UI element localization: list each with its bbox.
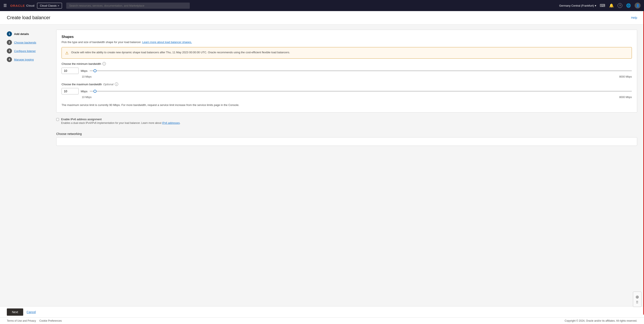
min-bandwidth-input[interactable] xyxy=(62,68,78,74)
warning-icon: ⚠ xyxy=(65,51,68,56)
min-bandwidth-thumb[interactable] xyxy=(94,69,96,72)
networking-box xyxy=(56,137,637,146)
bell-icon[interactable]: 🔔 xyxy=(609,3,614,8)
nav-right: Germany Central (Frankfurt) ▾ ⌨ 🔔 ? 🌐 👤 xyxy=(559,3,640,9)
min-bandwidth-range-labels: 10 Mbps 8000 Mbps xyxy=(62,75,632,78)
min-bandwidth-min-label: 10 Mbps xyxy=(82,75,92,78)
support-icon: ⊕ xyxy=(636,294,639,299)
max-bandwidth-range-labels: 10 Mbps 8000 Mbps xyxy=(62,96,632,99)
footer-copyright: Copyright © 2024, Oracle and/or its affi… xyxy=(564,319,637,322)
search-input[interactable] xyxy=(66,3,190,9)
bottom-bar: Next Cancel xyxy=(0,306,644,317)
cancel-button[interactable]: Cancel xyxy=(26,310,36,314)
max-bandwidth-min-label: 10 Mbps xyxy=(82,96,92,99)
min-bandwidth-section: Choose the minimum bandwidth i Mbps 10 M… xyxy=(62,62,632,78)
shapes-card-title: Shapes xyxy=(62,35,632,39)
max-bandwidth-track xyxy=(90,91,632,92)
step-2[interactable]: 2 Choose backends xyxy=(7,38,50,47)
cloud-classic-button[interactable]: Cloud Classic > xyxy=(37,3,62,9)
min-bandwidth-slider-container xyxy=(90,69,632,73)
max-bandwidth-input[interactable] xyxy=(62,88,78,94)
max-bandwidth-optional: Optional xyxy=(103,83,113,86)
search-container xyxy=(66,3,190,9)
nav-icons: ⌨ 🔔 ? 🌐 👤 xyxy=(600,3,640,9)
ipv6-checkbox-row: Enable IPv6 address assignment Enables a… xyxy=(56,118,637,125)
user-avatar[interactable]: 👤 xyxy=(635,3,640,9)
warning-banner: ⚠ Oracle will retire the ability to crea… xyxy=(62,47,632,59)
step-4[interactable]: 4 Manage logging xyxy=(7,55,50,64)
footer: Terms of Use and Privacy Cookie Preferen… xyxy=(0,317,644,324)
page-header: Create load balancer Help xyxy=(0,11,644,25)
oracle-logo: ORACLE Cloud xyxy=(10,4,34,8)
min-mbps-label: Mbps xyxy=(81,69,88,73)
steps-sidebar: 1 Add details 2 Choose backends 3 Config… xyxy=(7,30,50,301)
max-bandwidth-max-label: 8000 Mbps xyxy=(619,96,632,99)
max-bandwidth-label: Choose the maximum bandwidth Optional i xyxy=(62,83,632,86)
hamburger-menu-icon[interactable]: ☰ xyxy=(4,3,7,8)
max-mbps-label: Mbps xyxy=(81,90,88,93)
learn-more-link[interactable]: Learn more about load balancer shapes. xyxy=(142,41,192,44)
region-label: Germany Central (Frankfurt) xyxy=(559,4,594,7)
next-button[interactable]: Next xyxy=(7,308,23,316)
max-bandwidth-info-icon[interactable]: i xyxy=(115,83,118,86)
ipv6-checkbox[interactable] xyxy=(56,118,59,121)
help-link[interactable]: Help xyxy=(631,16,637,20)
content-panel: Shapes Pick the type and size of bandwid… xyxy=(56,30,637,301)
shapes-card-description: Pick the type and size of bandwidth shap… xyxy=(62,41,632,44)
globe-icon[interactable]: 🌐 xyxy=(626,3,631,8)
networking-label: Choose networking xyxy=(56,132,637,136)
cloud-text: Cloud xyxy=(26,4,34,7)
shapes-description-text: Pick the type and size of bandwidth shap… xyxy=(62,41,142,44)
min-bandwidth-track xyxy=(90,70,632,71)
terms-link[interactable]: Terms of Use and Privacy xyxy=(7,319,36,322)
footer-left: Terms of Use and Privacy Cookie Preferen… xyxy=(7,319,62,322)
ipv6-checkbox-label: Enable IPv6 address assignment xyxy=(61,118,180,121)
step-4-label: Manage logging xyxy=(14,58,34,61)
shapes-card: Shapes Pick the type and size of bandwid… xyxy=(56,30,637,113)
step-4-number: 4 xyxy=(7,57,12,62)
page-title: Create load balancer xyxy=(7,15,50,21)
max-bandwidth-section: Choose the maximum bandwidth Optional i … xyxy=(62,83,632,99)
support-widget[interactable]: ⊕ ⠿ xyxy=(633,292,642,307)
top-navigation: ☰ ORACLE Cloud Cloud Classic > Germany C… xyxy=(0,0,644,11)
step-2-number: 2 xyxy=(7,40,12,45)
networking-section: Choose networking xyxy=(56,129,637,146)
oracle-text: ORACLE xyxy=(10,4,25,8)
main-layout: 1 Add details 2 Choose backends 3 Config… xyxy=(0,25,644,306)
step-3-number: 3 xyxy=(7,48,12,54)
region-selector[interactable]: Germany Central (Frankfurt) ▾ xyxy=(559,4,596,7)
ipv6-addresses-link[interactable]: IPv6 addresses xyxy=(162,122,180,125)
dots-icon: ⠿ xyxy=(636,300,638,304)
step-2-label: Choose backends xyxy=(14,41,36,44)
help-icon[interactable]: ? xyxy=(618,3,622,8)
max-bandwidth-input-row: Mbps xyxy=(62,88,632,94)
step-3-label: Configure listener xyxy=(14,50,36,53)
min-bandwidth-input-row: Mbps xyxy=(62,68,632,74)
max-bandwidth-slider-container xyxy=(90,89,632,93)
ipv6-checkbox-desc: Enables a dual-stack IPv4/IPv6 implement… xyxy=(61,122,180,125)
service-limit-text: The maximum service limit is currently 9… xyxy=(62,103,632,107)
step-1-number: 1 xyxy=(7,31,12,37)
ipv6-checkbox-info: Enable IPv6 address assignment Enables a… xyxy=(61,118,180,125)
step-1[interactable]: 1 Add details xyxy=(7,30,50,38)
chevron-down-icon: ▾ xyxy=(595,4,596,7)
min-bandwidth-info-icon[interactable]: i xyxy=(102,62,106,66)
cookie-link[interactable]: Cookie Preferences xyxy=(40,319,62,322)
min-bandwidth-label: Choose the minimum bandwidth i xyxy=(62,62,632,66)
step-3[interactable]: 3 Configure listener xyxy=(7,47,50,55)
min-bandwidth-max-label: 8000 Mbps xyxy=(619,75,632,78)
terminal-icon[interactable]: ⌨ xyxy=(600,3,605,8)
max-bandwidth-thumb[interactable] xyxy=(94,90,96,93)
step-1-label: Add details xyxy=(14,33,29,36)
warning-text: Oracle will retire the ability to create… xyxy=(71,50,290,55)
